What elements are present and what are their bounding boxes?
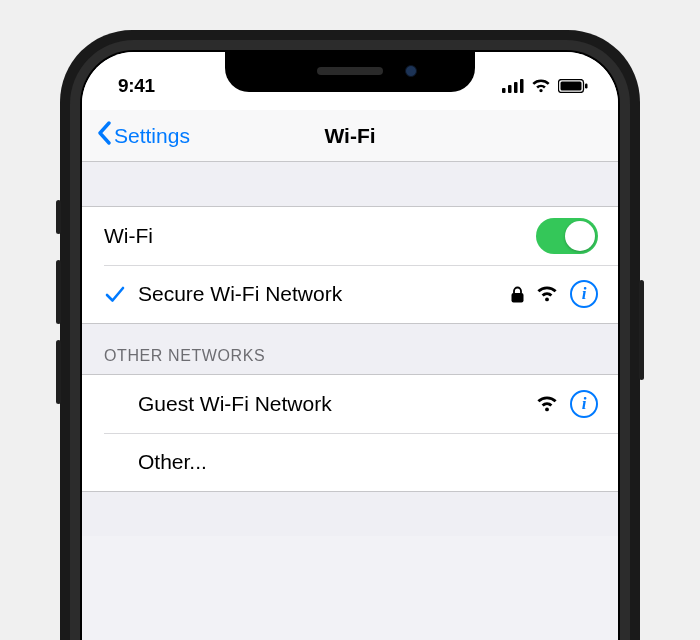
wifi-toggle[interactable] — [536, 218, 598, 254]
section-spacer — [82, 492, 618, 536]
screen-border: 9:41 — [80, 50, 620, 640]
connected-network-name: Secure Wi-Fi Network — [138, 282, 511, 306]
section-spacer — [82, 162, 618, 206]
volume-up-button[interactable] — [56, 260, 61, 324]
svg-rect-2 — [514, 82, 518, 93]
wifi-signal-icon — [536, 286, 558, 302]
phone-bezel: 9:41 — [70, 40, 630, 640]
svg-rect-1 — [508, 85, 512, 93]
info-button[interactable]: i — [570, 280, 598, 308]
display-notch — [225, 50, 475, 92]
other-networks-header-label: OTHER NETWORKS — [104, 347, 265, 365]
svg-rect-0 — [502, 88, 506, 93]
nav-header: Settings Wi-Fi — [82, 110, 618, 162]
wifi-toggle-label: Wi-Fi — [104, 224, 536, 248]
other-network-label: Other... — [138, 450, 598, 474]
wifi-status-icon — [531, 79, 551, 93]
phone-frame: 9:41 — [60, 30, 640, 640]
checkmark-icon — [100, 283, 130, 305]
volume-down-button[interactable] — [56, 340, 61, 404]
wifi-toggle-row: Wi-Fi — [82, 207, 618, 265]
wifi-signal-icon — [536, 396, 558, 412]
connected-network-row[interactable]: Secure Wi-Fi Network — [82, 265, 618, 323]
mute-switch[interactable] — [56, 200, 61, 234]
network-row-guest[interactable]: Guest Wi-Fi Network i — [82, 375, 618, 433]
svg-rect-6 — [585, 84, 588, 89]
status-time: 9:41 — [118, 65, 155, 97]
toggle-knob — [565, 221, 595, 251]
chevron-left-icon — [96, 121, 112, 150]
earpiece-speaker — [317, 67, 383, 75]
svg-rect-5 — [561, 82, 582, 91]
back-label: Settings — [114, 124, 190, 148]
battery-icon — [558, 79, 588, 93]
screen: 9:41 — [82, 52, 618, 640]
cellular-signal-icon — [502, 79, 524, 93]
status-indicators — [502, 69, 588, 93]
other-networks-header: OTHER NETWORKS — [82, 324, 618, 374]
other-networks-group: Guest Wi-Fi Network i — [82, 374, 618, 492]
power-button[interactable] — [639, 280, 644, 380]
network-row-other[interactable]: Other... — [82, 433, 618, 491]
svg-rect-3 — [520, 79, 524, 93]
svg-rect-7 — [512, 293, 524, 303]
info-button[interactable]: i — [570, 390, 598, 418]
wifi-main-group: Wi-Fi Secure Wi-Fi — [82, 206, 618, 324]
network-name: Guest Wi-Fi Network — [138, 392, 536, 416]
back-button[interactable]: Settings — [82, 121, 190, 150]
front-camera — [405, 65, 417, 77]
lock-icon — [511, 286, 524, 303]
